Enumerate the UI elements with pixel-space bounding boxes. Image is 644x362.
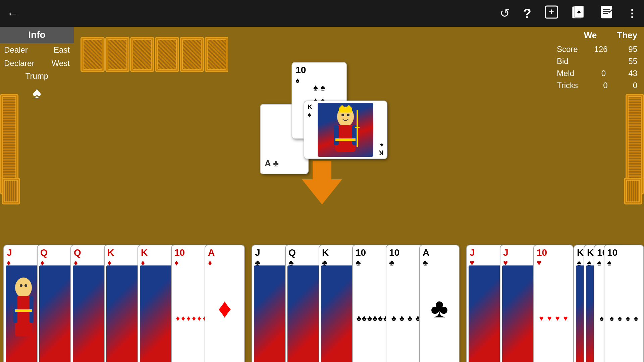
add-card-button[interactable]: + [545, 5, 558, 22]
player-hand: J ♦ Q ♦ Q ♦ K ♦ K ♦ 10 [0, 228, 644, 362]
dealer-row: Dealer East [0, 43, 74, 57]
right-card-bottom[interactable] [624, 178, 642, 204]
hand-card-ten-spades-2[interactable]: 10 ♠ ♠ ♠ ♠ ♠ [604, 245, 644, 362]
top-card[interactable] [80, 37, 105, 72]
tricks-row: Tricks 0 0 [557, 79, 637, 92]
king-rank-br: K♠ [379, 141, 383, 157]
trump-label: Trump [0, 70, 74, 82]
svg-point-20 [347, 114, 350, 116]
top-cards-area [77, 27, 228, 82]
bid-row: Bid 55 [557, 55, 637, 67]
hand-card-ace-diamonds[interactable]: A ♦ ♦ [205, 245, 245, 362]
card-ace-clubs: A ♣ [265, 158, 279, 169]
svg-text:+: + [549, 6, 554, 17]
score-panel: We They Score 126 95 Bid 55 Meld 0 43 Tr… [550, 27, 644, 95]
info-panel: Info Dealer East Declarer West Trump ♠ [0, 27, 74, 102]
card-rank: 10 [296, 65, 306, 75]
dealer-value: East [54, 45, 70, 55]
they-header: They [617, 30, 637, 41]
top-card[interactable] [180, 37, 204, 72]
svg-rect-15 [339, 108, 352, 112]
svg-rect-5 [601, 6, 612, 18]
top-card[interactable] [105, 37, 129, 72]
cards-button[interactable]: ♠ [572, 5, 586, 22]
left-card-bottom[interactable] [2, 178, 20, 204]
undo-button[interactable]: ↺ [500, 6, 510, 20]
score-label: Score [557, 45, 578, 54]
score-row: Score 126 95 [557, 43, 637, 55]
declarer-value: West [52, 59, 70, 68]
svg-rect-13 [334, 125, 339, 145]
svg-marker-17 [345, 105, 352, 108]
meld-row: Meld 0 43 [557, 67, 637, 79]
svg-rect-22 [355, 127, 360, 128]
declarer-label: Declarer [4, 59, 35, 68]
svg-rect-18 [335, 138, 356, 141]
we-header: We [584, 30, 597, 41]
svg-marker-16 [339, 105, 345, 108]
king-rank-tl: K♠ [308, 103, 312, 119]
they-tricks: 0 [621, 81, 637, 90]
svg-rect-27 [15, 309, 32, 312]
card-suit: ♠ [296, 76, 300, 85]
top-card[interactable] [155, 37, 179, 72]
played-card-king-spades[interactable]: K♠ K♠ [304, 101, 387, 159]
tricks-label: Tricks [557, 81, 578, 90]
meld-label: Meld [557, 69, 574, 78]
more-button[interactable]: ⋮ [627, 7, 637, 20]
notes-button[interactable] [600, 5, 613, 22]
top-card[interactable] [130, 37, 154, 72]
bid-label: Bid [557, 57, 569, 66]
info-title: Info [0, 27, 74, 43]
svg-point-28 [20, 284, 22, 287]
left-card-pile[interactable] [0, 94, 23, 204]
top-card[interactable] [205, 37, 228, 72]
we-bid [586, 57, 603, 66]
svg-point-23 [15, 278, 32, 298]
svg-point-19 [341, 114, 344, 116]
back-button[interactable]: ← [7, 6, 19, 20]
svg-rect-24 [15, 296, 32, 336]
hand-card-ace-clubs[interactable]: A ♣ ♣ [419, 245, 460, 362]
they-bid: 55 [621, 57, 637, 66]
declarer-row: Declarer West [0, 57, 74, 70]
right-card-pile[interactable] [621, 94, 644, 204]
svg-point-29 [24, 284, 27, 287]
we-tricks: 0 [591, 81, 608, 90]
we-score: 126 [591, 45, 607, 54]
they-score: 95 [621, 45, 637, 54]
hand-card-ten-hearts[interactable]: 10 ♥ ♥ ♥ ♥ ♥ [533, 245, 574, 362]
king-figure [318, 103, 373, 157]
svg-text:♠: ♠ [577, 8, 581, 15]
we-meld: 0 [589, 69, 606, 78]
help-button[interactable]: ? [523, 6, 531, 21]
they-meld: 43 [621, 69, 637, 78]
dealer-label: Dealer [4, 45, 28, 55]
toolbar: ← ↺ ? + ♠ ⋮ [0, 0, 644, 27]
